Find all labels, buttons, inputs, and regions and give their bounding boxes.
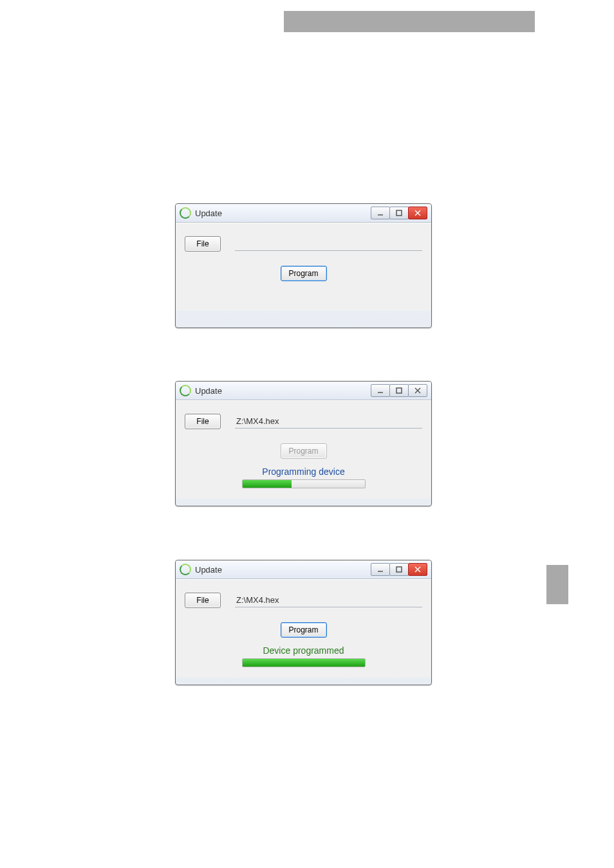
- file-button[interactable]: File: [185, 414, 221, 429]
- svg-rect-9: [396, 567, 402, 572]
- close-button[interactable]: [408, 384, 427, 397]
- refresh-icon: [180, 385, 191, 396]
- update-window-progress: Update File Program Programming device: [175, 381, 432, 506]
- titlebar[interactable]: Update: [176, 204, 431, 223]
- status-text: Programming device: [185, 466, 422, 477]
- status-text: Device programmed: [185, 645, 422, 656]
- titlebar[interactable]: Update: [176, 560, 431, 579]
- svg-rect-5: [396, 388, 402, 393]
- refresh-icon: [180, 207, 191, 219]
- file-button[interactable]: File: [185, 236, 221, 252]
- file-button[interactable]: File: [185, 593, 221, 608]
- side-grey-bar: [546, 565, 568, 604]
- window-title: Update: [195, 565, 222, 575]
- progress-bar: [242, 479, 366, 488]
- maximize-button[interactable]: [389, 207, 409, 219]
- update-window-done: Update File Program Device programmed: [175, 560, 432, 685]
- file-path-input[interactable]: [235, 237, 422, 251]
- file-path-input[interactable]: [235, 594, 422, 607]
- progress-bar: [242, 658, 366, 667]
- maximize-button[interactable]: [389, 563, 409, 576]
- minimize-button[interactable]: [371, 384, 390, 397]
- program-button[interactable]: Program: [281, 622, 327, 638]
- minimize-button[interactable]: [371, 207, 390, 219]
- window-title: Update: [195, 208, 222, 218]
- update-window-initial: Update File Program: [175, 203, 432, 328]
- program-button: Program: [281, 443, 327, 459]
- header-grey-bar: [284, 11, 535, 32]
- close-button[interactable]: [408, 207, 427, 219]
- refresh-icon: [180, 564, 191, 575]
- window-title: Update: [195, 386, 222, 396]
- minimize-button[interactable]: [371, 563, 390, 576]
- file-path-input[interactable]: [235, 415, 422, 429]
- titlebar[interactable]: Update: [176, 382, 431, 400]
- svg-rect-1: [396, 210, 402, 216]
- close-button[interactable]: [408, 563, 427, 576]
- maximize-button[interactable]: [389, 384, 409, 397]
- program-button[interactable]: Program: [281, 266, 327, 281]
